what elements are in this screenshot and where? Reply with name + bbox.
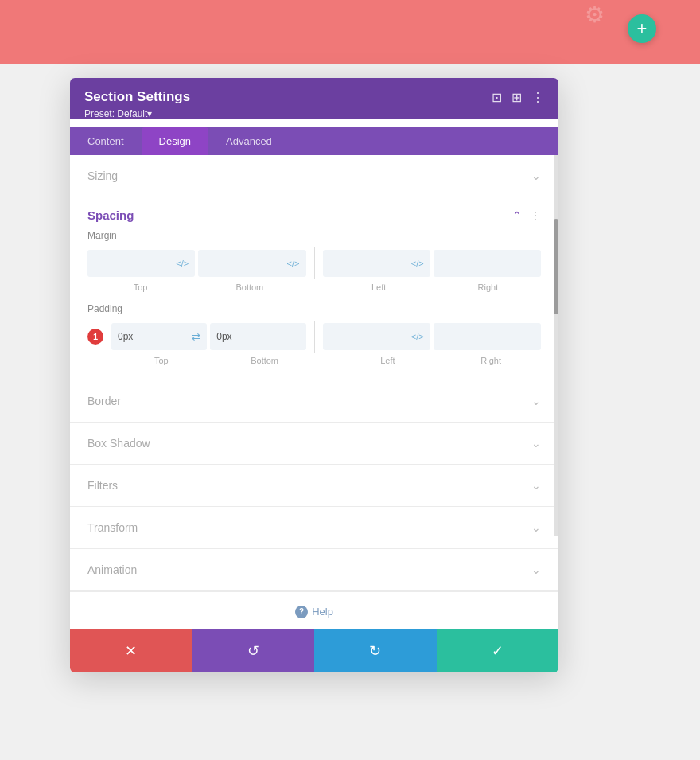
padding-right-label: Right — [441, 356, 541, 365]
box-shadow-label: Box Shadow — [88, 437, 150, 450]
filters-chevron-icon: ⌄ — [531, 479, 541, 492]
tab-design[interactable]: Design — [142, 127, 208, 155]
save-icon: ✓ — [492, 642, 504, 660]
scrollbar[interactable] — [554, 155, 558, 536]
add-button[interactable]: + — [628, 14, 656, 43]
spacing-chevron-icon[interactable]: ⌃ — [512, 209, 522, 222]
more-icon[interactable]: ⋮ — [531, 90, 544, 105]
sizing-label: Sizing — [88, 170, 118, 182]
box-shadow-section[interactable]: Box Shadow ⌄ — [70, 423, 558, 465]
target-icon[interactable]: ⊡ — [492, 90, 502, 105]
save-button[interactable]: ✓ — [437, 629, 559, 672]
spacing-section-header: Spacing ⌃ ⋮ — [70, 197, 558, 228]
spacing-section: Spacing ⌃ ⋮ Margin </> — [70, 197, 558, 380]
spacing-title-icons: ⌃ ⋮ — [512, 209, 541, 222]
padding-left-input[interactable]: </> — [323, 323, 430, 350]
modal-header: Section Settings ⊡ ⊞ ⋮ Preset: Default▾ — [70, 78, 558, 119]
margin-divider — [314, 247, 315, 279]
transform-label: Transform — [88, 521, 138, 534]
spacing-more-icon[interactable]: ⋮ — [530, 209, 541, 222]
box-shadow-chevron-icon: ⌄ — [531, 437, 541, 450]
animation-label: Animation — [88, 563, 137, 576]
modal-header-top: Section Settings ⊡ ⊞ ⋮ — [84, 89, 544, 105]
border-label: Border — [88, 395, 121, 407]
filters-section[interactable]: Filters ⌄ — [70, 465, 558, 507]
padding-badge: 1 — [88, 329, 103, 345]
margin-labels: Top Bottom Left Right — [88, 283, 541, 292]
filters-label: Filters — [88, 479, 118, 492]
padding-left-label: Left — [338, 356, 438, 365]
padding-spacer-label — [318, 356, 335, 365]
sizing-section[interactable]: Sizing ⌄ — [70, 155, 558, 197]
modal-body: Sizing ⌄ Spacing ⌃ ⋮ Margin — [70, 155, 558, 672]
preset-label: Preset: Default▾ — [84, 108, 544, 119]
redo-icon: ↻ — [369, 642, 381, 660]
padding-bottom-label: Bottom — [215, 356, 315, 365]
padding-badge-row: 1 ⇄ — [88, 323, 306, 350]
transform-chevron-icon: ⌄ — [531, 521, 541, 534]
padding-divider — [314, 321, 315, 353]
action-bar: ✕ ↺ ↻ ✓ — [70, 629, 558, 672]
margin-inputs-row: </> </> </> — [88, 247, 541, 279]
section-settings-modal: Section Settings ⊡ ⊞ ⋮ Preset: Default▾ … — [70, 78, 558, 672]
redo-button[interactable]: ↻ — [314, 629, 437, 672]
margin-bottom-input[interactable]: </> — [198, 250, 305, 277]
margin-bottom-link-icon[interactable]: </> — [287, 259, 300, 268]
reset-button[interactable]: ↺ — [192, 629, 315, 672]
tabs-bar: Content Design Advanced — [70, 127, 558, 155]
reset-icon: ↺ — [247, 642, 259, 660]
padding-top-input[interactable]: ⇄ — [111, 323, 207, 350]
padding-right-input[interactable] — [434, 323, 541, 350]
padding-left-right-pair: </> — [323, 323, 542, 350]
margin-top-bottom-pair: </> </> — [88, 250, 306, 277]
cancel-icon: ✕ — [125, 642, 137, 660]
padding-labels: Top Bottom Left Right — [88, 356, 541, 365]
margin-left-input[interactable]: </> — [323, 250, 430, 277]
padding-top-label: Top — [111, 356, 212, 365]
margin-top-link-icon[interactable]: </> — [176, 259, 189, 268]
margin-left-right-pair: </> — [323, 250, 542, 277]
border-chevron-icon: ⌄ — [531, 395, 541, 407]
modal-footer: ? Help — [70, 591, 558, 629]
margin-top-input[interactable]: </> — [88, 250, 195, 277]
margin-left-link-icon[interactable]: </> — [411, 259, 424, 268]
help-icon: ? — [295, 606, 308, 618]
cancel-button[interactable]: ✕ — [70, 629, 192, 672]
tab-content[interactable]: Content — [70, 127, 142, 155]
padding-label: Padding — [88, 303, 541, 314]
margin-right-label: Right — [435, 283, 541, 292]
margin-right-input[interactable] — [434, 250, 541, 277]
margin-top-label: Top — [88, 283, 193, 292]
columns-icon[interactable]: ⊞ — [511, 90, 522, 105]
gear-icon: ⚙ — [585, 2, 605, 28]
margin-bottom-label: Bottom — [196, 283, 302, 292]
modal-title: Section Settings — [84, 89, 190, 105]
padding-left-link-icon[interactable]: </> — [411, 332, 424, 341]
scrollbar-thumb[interactable] — [554, 219, 558, 314]
margin-left-label: Left — [326, 283, 432, 292]
padding-bottom-input[interactable] — [210, 323, 305, 350]
animation-chevron-icon: ⌄ — [531, 563, 541, 576]
margin-spacer-label — [306, 283, 323, 292]
help-link[interactable]: ? Help — [295, 606, 333, 618]
spacing-label: Spacing — [88, 209, 134, 222]
spacing-content: Margin </> </> — [70, 230, 558, 380]
modal-body-inner: Sizing ⌄ Spacing ⌃ ⋮ Margin — [70, 155, 558, 591]
border-section[interactable]: Border ⌄ — [70, 380, 558, 423]
help-label: Help — [312, 606, 333, 618]
padding-inputs-row: 1 ⇄ — [88, 321, 541, 353]
animation-section[interactable]: Animation ⌄ — [70, 549, 558, 591]
tab-advanced[interactable]: Advanced — [208, 127, 290, 155]
margin-label: Margin — [88, 230, 541, 241]
modal-header-icons: ⊡ ⊞ ⋮ — [492, 90, 544, 105]
padding-link-icon[interactable]: ⇄ — [192, 331, 200, 343]
sizing-chevron-icon: ⌄ — [531, 170, 541, 182]
transform-section[interactable]: Transform ⌄ — [70, 507, 558, 549]
